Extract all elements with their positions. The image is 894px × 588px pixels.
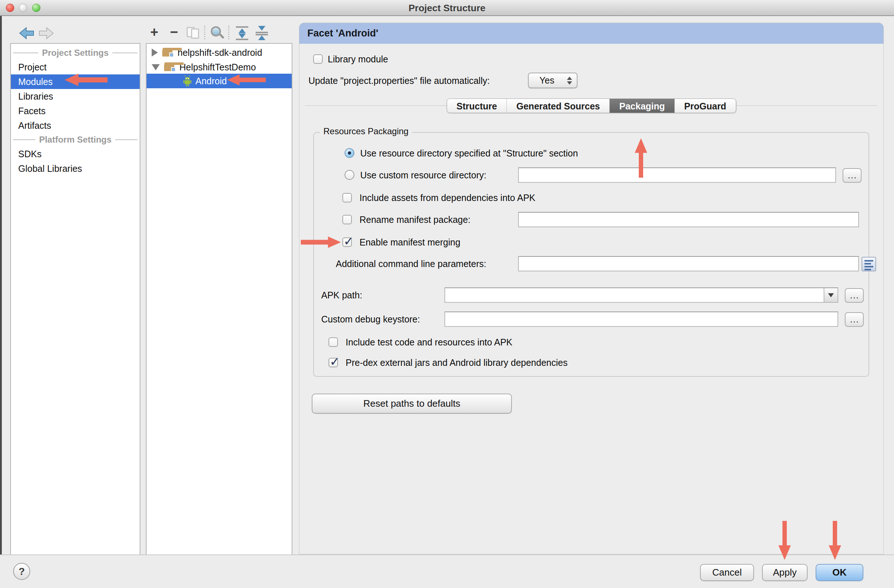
tab-proguard[interactable]: ProGuard [675,99,736,113]
use-structure-directory-radio[interactable] [344,148,354,158]
keystore-browse-button[interactable]: … [845,312,864,327]
tab-structure[interactable]: Structure [447,99,507,113]
include-assets-label[interactable]: Include assets from dependencies into AP… [359,192,535,204]
chevron-down-icon[interactable] [824,288,838,302]
search-icon[interactable] [211,26,221,36]
android-icon [182,75,192,87]
toolbar-separator [228,26,230,39]
enable-manifest-merging-checkbox[interactable]: ✓ [342,237,352,247]
section-platform-settings: Platform Settings [11,133,140,147]
window-titlebar: Project Structure [0,0,894,16]
tab-generated-sources[interactable]: Generated Sources [507,99,610,113]
predex-label[interactable]: Pre-dex external jars and Android librar… [346,357,568,369]
custom-directory-input[interactable] [518,168,836,183]
sidebar-item-project[interactable]: Project [11,60,140,74]
annotation-arrow-android [227,73,266,87]
check-icon: ✓ [343,234,354,248]
collapse-all-icon[interactable] [255,26,268,40]
facet-tab-bar: Structure Generated Sources Packaging Pr… [447,98,736,113]
sidebar-item-sdks[interactable]: SDKs [11,147,140,161]
dialog-footer: ? Cancel Apply OK [0,555,894,588]
annotation-arrow-apply [778,521,791,560]
rename-manifest-label[interactable]: Rename manifest package: [359,214,470,225]
settings-sidebar: Project Settings Project Modules Librari… [10,43,140,556]
expand-editor-icon[interactable] [862,257,876,271]
facet-title: Facet 'Android' [299,23,883,44]
library-module-label[interactable]: Library module [328,53,388,65]
annotation-arrow-modules [65,73,107,87]
tree-row-helpshifttestdemo[interactable]: HelpshiftTestDemo [146,60,292,74]
apk-path-label: APK path: [321,289,362,301]
include-test-code-checkbox[interactable] [329,337,338,347]
section-project-settings: Project Settings [11,46,140,60]
use-custom-directory-label[interactable]: Use custom resource directory: [360,169,486,181]
custom-directory-browse-button[interactable]: … [843,168,862,183]
modules-tree: helpshift-sdk-android HelpshiftTestDemo … [146,43,292,556]
help-button[interactable]: ? [13,563,30,580]
facet-panel: Facet 'Android' Library module Update "p… [299,23,884,555]
apk-path-combo [444,287,838,303]
sidebar-item-libraries[interactable]: Libraries [11,89,140,104]
include-test-code-label[interactable]: Include test code and resources into APK [346,336,512,348]
expand-all-icon[interactable] [236,26,249,40]
update-properties-label: Update "project.properties" file automat… [308,75,490,86]
sidebar-item-global-libraries[interactable]: Global Libraries [11,161,140,176]
tree-label: helpshift-sdk-android [178,47,262,58]
use-custom-directory-radio[interactable] [344,170,354,180]
rename-manifest-checkbox[interactable] [342,215,352,224]
module-folder-icon [164,62,176,72]
include-assets-checkbox[interactable] [342,193,352,203]
keystore-input[interactable] [444,311,838,327]
copy-icon[interactable] [187,27,201,39]
back-icon[interactable] [19,27,34,39]
reset-paths-button[interactable]: Reset paths to defaults [312,394,512,414]
ok-button[interactable]: OK [815,564,863,581]
library-module-checkbox[interactable] [313,54,323,64]
toolbar-separator [204,26,205,39]
stepper-icon [565,77,574,85]
remove-icon[interactable]: − [170,25,178,39]
predex-checkbox[interactable]: ✓ [329,358,338,367]
tree-label: Android [195,76,227,86]
expander-collapsed-icon[interactable] [152,48,158,56]
use-structure-directory-label[interactable]: Use resource directory specified at "Str… [360,147,578,159]
apply-button[interactable]: Apply [762,564,808,581]
tree-row-android-facet[interactable]: Android [146,74,292,88]
tab-packaging[interactable]: Packaging [610,99,675,113]
resources-packaging-title: Resources Packaging [320,126,412,136]
annotation-arrow-packaging [635,138,647,178]
update-properties-select[interactable]: Yes [528,73,577,88]
apk-path-browse-button[interactable]: … [845,288,864,303]
annotation-arrow-manifest-merging [301,235,341,249]
add-icon[interactable]: + [150,25,158,39]
annotation-arrow-ok [829,521,841,560]
sidebar-item-facets[interactable]: Facets [11,104,140,118]
apk-path-input[interactable] [445,288,824,302]
tree-label: HelpshiftTestDemo [180,62,256,73]
additional-params-label: Additional command line parameters: [336,258,486,269]
selected-value: Yes [529,75,565,86]
keystore-label: Custom debug keystore: [321,313,420,325]
forward-icon[interactable] [39,27,54,39]
enable-manifest-merging-label[interactable]: Enable manifest merging [359,236,461,248]
window-edge-shadow [0,16,2,588]
additional-params-input[interactable] [518,256,859,271]
sidebar-item-artifacts[interactable]: Artifacts [11,118,140,133]
check-icon: ✓ [329,354,340,369]
tree-row-helpshift-sdk-android[interactable]: helpshift-sdk-android [146,45,292,60]
rename-manifest-input[interactable] [518,212,859,227]
window-title: Project Structure [0,0,894,16]
expander-expanded-icon[interactable] [152,64,160,70]
module-folder-icon [162,48,174,57]
cancel-button[interactable]: Cancel [700,564,754,581]
